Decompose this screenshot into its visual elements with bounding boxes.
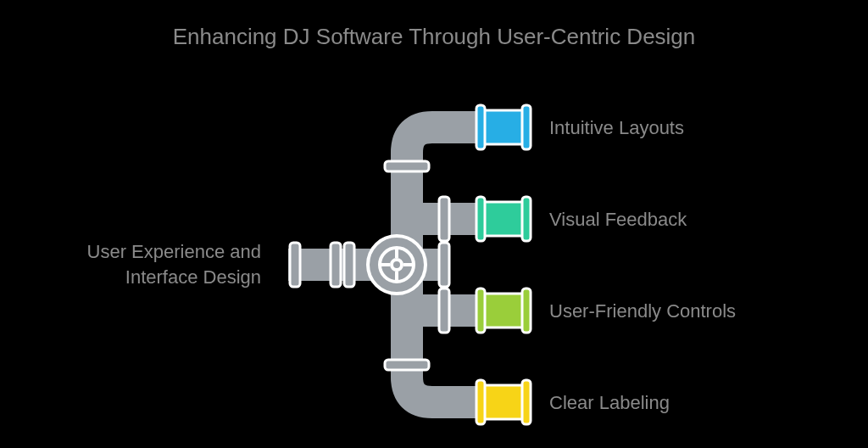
outlet-3 [476, 380, 531, 424]
outlet-1 [476, 197, 531, 241]
outlet-0 [476, 105, 531, 149]
hub-valve [368, 236, 426, 294]
pipes-svg [0, 0, 868, 448]
outlet-2 [476, 288, 531, 333]
svg-point-4 [368, 236, 426, 294]
diagram-stage: Enhancing DJ Software Through User-Centr… [0, 0, 868, 448]
